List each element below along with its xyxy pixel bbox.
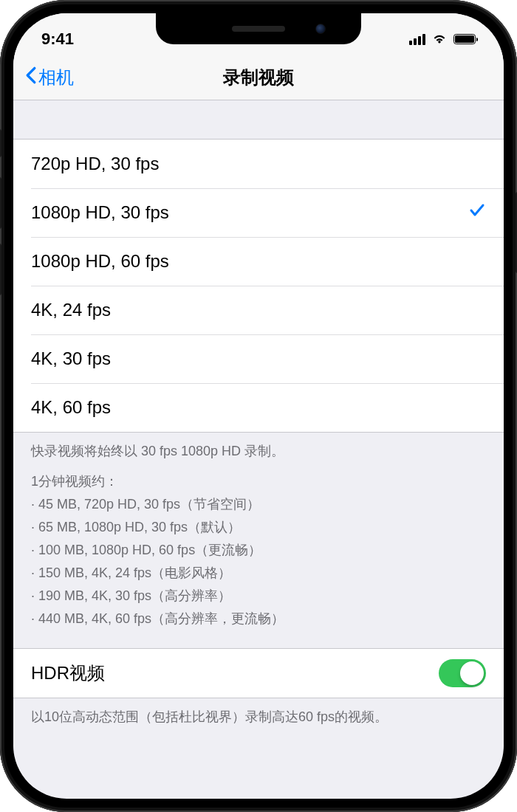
section-gap [13, 100, 504, 139]
size-line: · 190 MB, 4K, 30 fps（高分辨率） [31, 586, 486, 606]
chevron-left-icon [25, 66, 37, 89]
hdr-toggle[interactable] [439, 659, 486, 687]
checkmark-icon [468, 202, 486, 224]
option-label: 1080p HD, 30 fps [31, 202, 169, 223]
option-label: 4K, 24 fps [31, 300, 111, 320]
notch [156, 13, 361, 44]
size-line: · 440 MB, 4K, 60 fps（高分辨率，更流畅） [31, 609, 486, 629]
hdr-video-row[interactable]: HDR视频 [13, 649, 504, 698]
front-camera [315, 24, 326, 34]
option-label: 4K, 30 fps [31, 348, 111, 369]
mute-switch [0, 129, 1, 157]
back-button[interactable]: 相机 [25, 66, 74, 89]
resolution-option[interactable]: 1080p HD, 30 fps [13, 188, 504, 237]
size-line: · 150 MB, 4K, 24 fps（电影风格） [31, 563, 486, 583]
resolution-option[interactable]: 1080p HD, 60 fps [13, 237, 504, 286]
volume-down-button [0, 244, 1, 295]
sizes-heading: 1分钟视频约： [31, 472, 486, 492]
content: 720p HD, 30 fps1080p HD, 30 fps1080p HD,… [13, 100, 504, 746]
wifi-icon [431, 30, 448, 49]
page-title: 录制视频 [13, 66, 504, 89]
resolution-options-group: 720p HD, 30 fps1080p HD, 30 fps1080p HD,… [13, 139, 504, 433]
quicktake-note: 快录视频将始终以 30 fps 1080p HD 录制。 [31, 441, 486, 461]
option-label: 4K, 60 fps [31, 397, 111, 418]
resolution-option[interactable]: 4K, 30 fps [13, 334, 504, 383]
option-label: 1080p HD, 60 fps [31, 251, 169, 272]
hdr-label: HDR视频 [31, 661, 105, 685]
iphone-frame: 9:41 相机 录制视频 720p HD, 30 f [0, 0, 517, 812]
screen: 9:41 相机 录制视频 720p HD, 30 f [13, 13, 504, 799]
resolution-footer: 快录视频将始终以 30 fps 1080p HD 录制。 1分钟视频约： · 4… [13, 433, 504, 648]
resolution-option[interactable]: 720p HD, 30 fps [13, 140, 504, 188]
battery-icon [453, 34, 476, 44]
back-label: 相机 [38, 66, 74, 89]
speaker [232, 26, 285, 32]
option-label: 720p HD, 30 fps [31, 154, 159, 174]
hdr-footer: 以10位高动态范围（包括杜比视界）录制高达60 fps的视频。 [13, 698, 504, 746]
size-line: · 65 MB, 1080p HD, 30 fps（默认） [31, 517, 486, 537]
cellular-signal-icon [409, 34, 425, 45]
hdr-description: 以10位高动态范围（包括杜比视界）录制高达60 fps的视频。 [31, 707, 486, 727]
resolution-option[interactable]: 4K, 60 fps [13, 383, 504, 432]
switch-knob [460, 661, 484, 685]
resolution-option[interactable]: 4K, 24 fps [13, 286, 504, 334]
sizes-list: · 45 MB, 720p HD, 30 fps（节省空间）· 65 MB, 1… [31, 495, 486, 629]
nav-bar: 相机 录制视频 [13, 55, 504, 100]
status-time: 9:41 [41, 30, 74, 49]
hdr-group: HDR视频 [13, 648, 504, 698]
status-right [409, 30, 476, 49]
size-line: · 45 MB, 720p HD, 30 fps（节省空间） [31, 495, 486, 515]
size-line: · 100 MB, 1080p HD, 60 fps（更流畅） [31, 540, 486, 560]
volume-up-button [0, 177, 1, 229]
